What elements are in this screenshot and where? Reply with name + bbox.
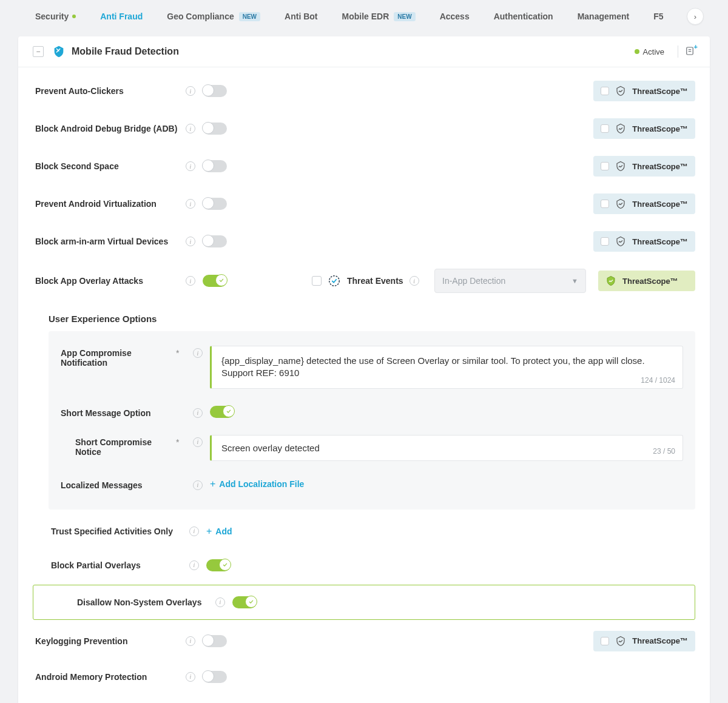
toggle-memory-protection[interactable]	[203, 671, 227, 683]
fraud-detection-icon	[52, 45, 66, 58]
threatscope-label: ThreatScope™	[632, 636, 688, 645]
nav-scroll-right-button[interactable]: ›	[687, 8, 704, 25]
threatscope-label: ThreatScope™	[632, 124, 688, 133]
info-icon[interactable]: i	[186, 276, 195, 286]
nav-label: Mobile EDR	[342, 12, 389, 21]
add-note-button[interactable]: +	[684, 45, 695, 58]
info-icon[interactable]: i	[186, 124, 195, 133]
plus-icon: +	[694, 43, 698, 50]
nav-label: Authentication	[494, 12, 553, 21]
threat-events-select[interactable]: In-App Detection ▼	[434, 269, 586, 293]
info-icon[interactable]: i	[193, 408, 203, 418]
info-icon[interactable]: i	[186, 237, 195, 246]
info-icon[interactable]: i	[186, 199, 195, 209]
toggle-block-adb[interactable]	[203, 123, 227, 135]
threatscope-checkbox[interactable]: ThreatScope™	[593, 156, 695, 177]
shield-chart-icon	[615, 236, 626, 247]
row-short-message-option: Short Message Option i	[49, 397, 695, 426]
short-notice-input[interactable]: Screen overlay detected 23 / 50	[210, 435, 683, 461]
nav-label: Anti Fraud	[100, 12, 143, 21]
collapse-button[interactable]: −	[33, 46, 44, 57]
toggle-prevent-auto-clickers[interactable]	[203, 85, 227, 97]
info-icon[interactable]: i	[193, 480, 203, 490]
checkbox-icon	[601, 162, 609, 170]
shield-chart-icon	[605, 275, 616, 286]
check-icon	[226, 408, 232, 414]
setting-label: Short Compromise Notice	[61, 435, 176, 457]
toggle-block-partial[interactable]	[206, 559, 231, 571]
setting-label: Block App Overlay Attacks	[33, 276, 178, 286]
checkbox-icon	[601, 237, 609, 246]
threatscope-checkbox[interactable]: ThreatScope™	[593, 193, 695, 214]
required-asterisk: *	[176, 435, 186, 447]
shield-check-icon	[328, 274, 341, 288]
threatscope-checkbox[interactable]: ThreatScope™	[593, 231, 695, 252]
info-icon[interactable]: i	[410, 276, 419, 286]
toggle-block-overlay[interactable]	[203, 275, 227, 287]
divider	[678, 45, 678, 58]
app-compromise-textarea[interactable]: {app_display_name} detected the use of S…	[210, 346, 683, 389]
plus-icon: +	[210, 479, 215, 489]
setting-label: Localized Messages	[61, 478, 176, 490]
check-icon	[222, 562, 228, 568]
info-icon[interactable]: i	[193, 437, 203, 447]
minus-icon: −	[36, 47, 40, 56]
row-disallow-nonsystem-overlays: Disallow Non-System Overlays i	[33, 585, 695, 619]
threatscope-checkbox[interactable]: ThreatScope™	[593, 631, 695, 651]
nav-label: Anti Bot	[285, 12, 317, 21]
new-badge: NEW	[239, 12, 260, 21]
nav-label: Geo Compliance	[167, 12, 234, 21]
nav-anti-bot[interactable]: Anti Bot	[274, 0, 328, 33]
toggle-block-second-space[interactable]	[203, 160, 227, 172]
setting-label: Block Second Space	[33, 161, 178, 171]
info-icon[interactable]: i	[189, 560, 199, 570]
row-app-compromise-notification: App Compromise Notification * i {app_dis…	[49, 337, 695, 397]
info-icon[interactable]: i	[186, 86, 195, 96]
nav-anti-fraud[interactable]: Anti Fraud	[89, 0, 153, 33]
add-localization-button[interactable]: + Add Localization File	[210, 479, 304, 489]
row-block-second-space: Block Second Space i ThreatScope™	[18, 147, 710, 185]
setting-label: Android Memory Protection	[33, 672, 178, 682]
threatscope-label: ThreatScope™	[632, 162, 688, 171]
toggle-disallow-nonsystem[interactable]	[232, 596, 257, 608]
info-icon[interactable]: i	[186, 672, 195, 682]
toggle-prevent-virtualization[interactable]	[203, 198, 227, 210]
nav-label: F5	[653, 12, 663, 21]
nav-security[interactable]: Security	[24, 0, 87, 33]
nav-access[interactable]: Access	[429, 0, 480, 33]
uxo-box: App Compromise Notification * i {app_dis…	[49, 331, 695, 510]
toggle-short-message[interactable]	[210, 406, 234, 418]
threatscope-active[interactable]: ThreatScope™	[598, 271, 695, 291]
status-label: Active	[643, 47, 664, 56]
nav-label: Security	[35, 12, 69, 21]
info-icon[interactable]: i	[189, 526, 199, 536]
svg-rect-0	[687, 47, 693, 55]
top-nav: Security Anti Fraud Geo Compliance NEW A…	[0, 0, 728, 33]
row-block-adb: Block Android Debug Bridge (ADB) i Threa…	[18, 110, 710, 147]
nav-mobile-edr[interactable]: Mobile EDR NEW	[331, 0, 426, 33]
info-icon[interactable]: i	[193, 348, 203, 358]
setting-label: Keylogging Prevention	[33, 636, 178, 646]
threatscope-checkbox[interactable]: ThreatScope™	[593, 81, 695, 101]
info-icon[interactable]: i	[186, 161, 195, 171]
threatscope-label: ThreatScope™	[632, 87, 688, 96]
nav-geo-compliance[interactable]: Geo Compliance NEW	[156, 0, 271, 33]
nav-f5[interactable]: F5	[642, 0, 674, 33]
checkbox-icon	[601, 124, 609, 133]
add-trust-button[interactable]: + Add	[206, 526, 232, 537]
threat-events-checkbox[interactable]	[312, 276, 322, 286]
toggle-block-arm-in-arm[interactable]	[203, 235, 227, 247]
info-icon[interactable]: i	[215, 597, 225, 607]
select-placeholder: In-App Detection	[442, 276, 505, 286]
panel-mobile-fraud-detection: − Mobile Fraud Detection Active + Preven…	[18, 36, 710, 703]
nav-management[interactable]: Management	[567, 0, 641, 33]
toggle-keylogging[interactable]	[203, 635, 227, 647]
threatscope-checkbox[interactable]: ThreatScope™	[593, 118, 695, 139]
nav-authentication[interactable]: Authentication	[483, 0, 564, 33]
setting-label: Block arm-in-arm Virtual Devices	[33, 237, 178, 246]
threatscope-label: ThreatScope™	[632, 237, 688, 246]
info-icon[interactable]: i	[186, 636, 195, 646]
settings-rows: Prevent Auto-Clickers i ThreatScope™ Blo…	[18, 67, 710, 694]
row-block-partial-overlays: Block Partial Overlays i	[18, 548, 710, 582]
shield-chart-icon	[615, 161, 626, 172]
